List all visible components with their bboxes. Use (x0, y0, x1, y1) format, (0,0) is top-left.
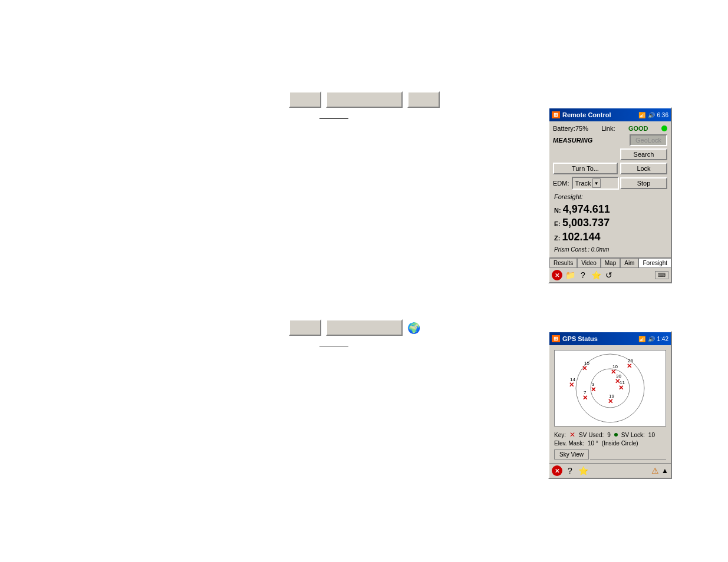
foresight-section: Foresight: N: 4,974.611 E: 5,003.737 Z: … (552, 191, 668, 245)
n-coord-row: N: 4,974.611 (554, 203, 666, 216)
measuring-label: MEASURING (553, 137, 592, 144)
edm-row: EDM: Track ▼ Stop (552, 176, 668, 191)
z-value: 102.144 (562, 231, 600, 243)
gps-title: GPS Status (562, 335, 598, 342)
measuring-row: MEASURING GeoLock (552, 133, 668, 147)
sv-used-label: SV Used: (579, 432, 604, 438)
svg-text:✕: ✕ (591, 386, 596, 393)
e-label: E: (554, 220, 561, 227)
inside-circle-label: (Inside Circle) (602, 440, 638, 447)
titlebar-left: ⊞ Remote Control (552, 111, 611, 118)
gps-speaker-icon: 🔊 (648, 336, 655, 342)
svg-text:✕: ✕ (569, 381, 574, 388)
svg-text:✕: ✕ (582, 365, 587, 372)
top-btn-2[interactable] (326, 91, 403, 108)
gps-close-icon[interactable]: ✕ (552, 465, 562, 476)
sv-lock-value: 10 (648, 432, 655, 438)
star-icon[interactable]: ⭐ (591, 270, 601, 280)
stop-button[interactable]: Stop (620, 177, 667, 189)
sky-view-diagram: 15 ✕ 28 ✕ 10 ✕ 30 ✕ 14 ✕ 3 ✕ 11 ✕ (554, 350, 666, 427)
search-row: Search (552, 147, 668, 161)
search-button[interactable]: Search (620, 148, 667, 160)
gps-titlebar-right: 📶 🔊 1:42 (638, 336, 668, 342)
remote-time: 6:36 (657, 112, 668, 118)
z-label: Z: (554, 234, 560, 242)
lock-button[interactable]: Lock (620, 163, 667, 174)
prism-const: Prism Const.: 0.0mm (552, 245, 668, 254)
help-icon[interactable]: ? (578, 270, 588, 280)
gps-tabs-row: Sky View (552, 448, 668, 461)
keyboard-icon[interactable]: ⌨ (655, 271, 668, 279)
e-coord-row: E: 5,003.737 (554, 216, 666, 230)
sv-used-value: 9 (607, 432, 611, 438)
sv-lock-label: SV Lock: (621, 432, 645, 438)
close-icon[interactable]: ✕ (552, 270, 562, 280)
satellite-svg: 15 ✕ 28 ✕ 10 ✕ 30 ✕ 14 ✕ 3 ✕ 11 ✕ (557, 352, 663, 425)
bottom-underline: ________ (319, 339, 348, 346)
remote-tabs: Results Video Map Aim Foresight (549, 257, 671, 267)
gps-time: 1:42 (657, 336, 668, 342)
svg-text:✕: ✕ (618, 384, 624, 391)
bottom-button-group: 🌍 (289, 319, 419, 336)
gps-titlebar: ⊞ GPS Status 📶 🔊 1:42 (549, 332, 671, 345)
elev-mask-row: Elev. Mask: 10 ° (Inside Circle) (554, 439, 666, 447)
scroll-up-icon[interactable]: ▲ (661, 467, 668, 475)
sv-used-icon: ✕ (569, 431, 575, 439)
top-btn-1[interactable] (289, 91, 321, 108)
status-row: Battery:75% Link: GOOD (552, 124, 668, 133)
folder-icon[interactable]: 📁 (565, 270, 575, 280)
tab-results[interactable]: Results (549, 258, 577, 267)
gps-windows-flag-icon: ⊞ (552, 335, 560, 342)
n-label: N: (554, 207, 561, 214)
warning-icon: ⚠ (651, 466, 659, 475)
e-value: 5,003.737 (562, 217, 610, 229)
remote-title: Remote Control (562, 111, 611, 118)
svg-text:✕: ✕ (627, 362, 632, 369)
gps-status-window: ⊞ GPS Status 📶 🔊 1:42 15 ✕ 28 ✕ (548, 331, 672, 479)
edm-dropdown[interactable]: Track ▼ (572, 177, 620, 190)
gps-footer: ✕ ? ⭐ ⚠ ▲ (549, 463, 671, 478)
bottom-btn-2[interactable] (326, 319, 403, 336)
geolock-button[interactable]: GeoLock (630, 134, 667, 146)
key-label: Key: (554, 432, 566, 438)
gps-titlebar-left: ⊞ GPS Status (552, 335, 598, 342)
z-coord-row: Z: 102.144 (554, 230, 666, 244)
globe-icon: 🌍 (407, 322, 419, 333)
signal-icon: 📶 (638, 112, 645, 118)
refresh-icon[interactable]: ↺ (604, 270, 614, 280)
svg-text:✕: ✕ (608, 398, 613, 405)
titlebar-right: 📶 🔊 6:36 (638, 112, 668, 118)
foresight-title: Foresight: (554, 193, 666, 200)
elev-mask-label: Elev. Mask: (554, 440, 584, 447)
link-value: GOOD (628, 125, 648, 132)
gps-content: 15 ✕ 28 ✕ 10 ✕ 30 ✕ 14 ✕ 3 ✕ 11 ✕ (549, 345, 671, 463)
tab-aim[interactable]: Aim (620, 258, 638, 267)
sv-lock-icon (614, 433, 618, 437)
key-row: Key: ✕ SV Used: 9 SV Lock: 10 (554, 430, 666, 439)
windows-flag-icon: ⊞ (552, 111, 560, 118)
gps-star-icon[interactable]: ⭐ (578, 465, 588, 476)
link-label: Link: (601, 125, 615, 132)
elev-mask-value: 10 ° (588, 440, 598, 447)
edm-label: EDM: (553, 180, 569, 187)
sky-view-tab[interactable]: Sky View (554, 449, 589, 459)
bottom-btn-1[interactable] (289, 319, 321, 336)
gps-signal-icon: 📶 (638, 336, 645, 342)
top-button-group (289, 91, 440, 108)
turnto-button[interactable]: Turn To... (553, 163, 618, 174)
dropdown-arrow-icon[interactable]: ▼ (592, 178, 601, 188)
battery-label: Battery:75% (553, 125, 588, 132)
turnto-lock-row: Turn To... Lock (552, 161, 668, 176)
speaker-icon: 🔊 (648, 112, 655, 118)
gps-help-icon[interactable]: ? (565, 465, 575, 476)
tab-video[interactable]: Video (577, 258, 600, 267)
top-btn-3[interactable] (407, 91, 440, 108)
status-indicator (661, 125, 667, 131)
svg-text:✕: ✕ (611, 368, 616, 375)
svg-text:✕: ✕ (582, 394, 588, 401)
track-label: Track (575, 180, 591, 187)
remote-content: Battery:75% Link: GOOD MEASURING GeoLock… (549, 121, 671, 256)
tab-map[interactable]: Map (601, 258, 620, 267)
key-section: Key: ✕ SV Used: 9 SV Lock: 10 Elev. Mask… (552, 429, 668, 448)
tab-foresight[interactable]: Foresight (638, 258, 671, 267)
